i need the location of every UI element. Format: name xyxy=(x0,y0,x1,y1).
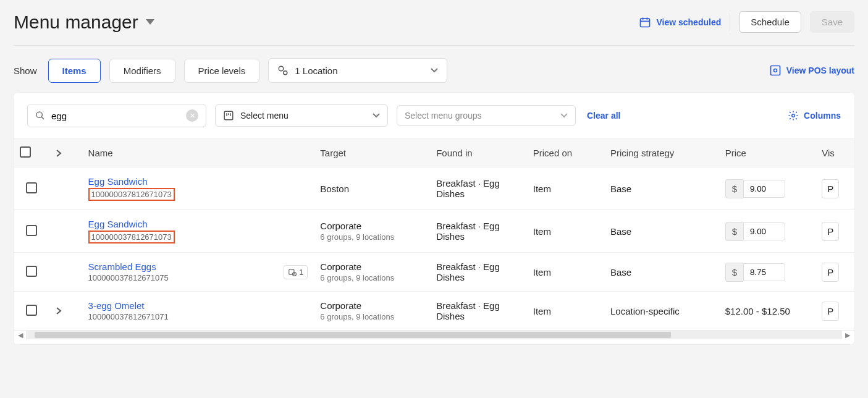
target-subtext: 6 groups, 9 locations xyxy=(320,312,424,321)
clear-all-link[interactable]: Clear all xyxy=(587,111,620,121)
currency-prefix: $ xyxy=(725,263,743,282)
found-in-value: Breakfast · Egg Dishes xyxy=(430,292,527,331)
table-row: Egg Sandwich100000037812671073Corporate6… xyxy=(14,210,854,253)
save-button: Save xyxy=(810,11,854,33)
found-in-value: Breakfast · Egg Dishes xyxy=(430,210,527,253)
pricing-strategy-value: Base xyxy=(604,253,719,292)
visibility-badge[interactable]: P xyxy=(822,222,839,241)
scroll-left-arrow[interactable]: ◀ xyxy=(16,331,25,339)
columns-link[interactable]: Columns xyxy=(788,110,841,121)
item-name-link[interactable]: Egg Sandwich xyxy=(88,176,175,187)
select-groups-placeholder: Select menu groups xyxy=(405,111,482,121)
item-id: 100000037812671073 xyxy=(88,231,175,243)
divider xyxy=(730,13,730,32)
currency-prefix: $ xyxy=(725,222,743,241)
chevron-down-icon xyxy=(431,68,438,73)
chevron-down-icon xyxy=(560,113,568,118)
pricing-strategy-value: Base xyxy=(604,167,719,210)
row-checkbox[interactable] xyxy=(26,182,37,193)
header-strategy[interactable]: Pricing strategy xyxy=(604,139,719,167)
search-icon xyxy=(35,111,45,121)
title-dropdown-caret[interactable] xyxy=(146,19,154,25)
row-checkbox[interactable] xyxy=(26,225,37,236)
search-clear-icon[interactable]: ✕ xyxy=(186,109,198,122)
pricing-strategy-value: Base xyxy=(604,210,719,253)
svg-point-9 xyxy=(36,112,42,117)
priced-on-value: Item xyxy=(527,253,604,292)
svg-rect-11 xyxy=(224,111,233,120)
scheduled-count-badge[interactable]: 1 xyxy=(284,265,308,279)
search-input[interactable] xyxy=(51,111,180,121)
view-scheduled-link[interactable]: View scheduled xyxy=(639,16,721,28)
visibility-badge[interactable]: P xyxy=(822,179,839,198)
item-id: 100000037812671075 xyxy=(88,273,169,282)
item-id: 100000037812671073 xyxy=(88,188,175,201)
location-pin-icon xyxy=(277,65,289,76)
gear-icon xyxy=(788,110,799,121)
item-id: 100000037812671071 xyxy=(88,312,169,321)
scroll-track[interactable] xyxy=(26,331,842,339)
target-value: Corporate xyxy=(320,300,424,311)
item-name-link[interactable]: Egg Sandwich xyxy=(88,219,175,229)
target-subtext: 6 groups, 9 locations xyxy=(320,232,424,242)
header-target[interactable]: Target xyxy=(314,139,430,167)
visibility-badge[interactable]: P xyxy=(822,302,839,321)
svg-rect-13 xyxy=(289,269,294,274)
content-card: ✕ Select menu Select menu groups xyxy=(14,93,854,344)
header-price[interactable]: Price xyxy=(719,139,816,167)
pricing-strategy-value: Location-specific xyxy=(604,292,719,331)
priced-on-value: Item xyxy=(527,292,604,331)
columns-label: Columns xyxy=(804,111,841,121)
chevron-down-icon xyxy=(373,113,380,118)
scroll-right-arrow[interactable]: ▶ xyxy=(843,331,852,339)
view-pos-layout-link[interactable]: View POS layout xyxy=(769,64,854,77)
header-priced-on[interactable]: Priced on xyxy=(527,139,604,167)
show-label: Show xyxy=(14,66,37,76)
location-select-label: 1 Location xyxy=(295,66,337,76)
calendar-icon xyxy=(639,16,651,28)
view-pos-label: View POS layout xyxy=(786,66,854,75)
header-found-in[interactable]: Found in xyxy=(430,139,527,167)
view-scheduled-label: View scheduled xyxy=(656,17,721,27)
scroll-thumb[interactable] xyxy=(35,332,671,338)
target-subtext: 6 groups, 9 locations xyxy=(320,273,424,282)
tab-modifiers[interactable]: Modifiers xyxy=(109,59,175,83)
tab-items[interactable]: Items xyxy=(48,59,101,83)
svg-point-8 xyxy=(773,69,777,72)
found-in-value: Breakfast · Egg Dishes xyxy=(430,167,527,210)
price-input[interactable] xyxy=(743,222,785,240)
header-checkbox[interactable] xyxy=(14,139,49,167)
scheduled-count: 1 xyxy=(299,268,303,277)
location-select[interactable]: 1 Location xyxy=(268,58,447,83)
table-row: 3-egg Omelet100000037812671071Corporate6… xyxy=(14,292,854,331)
header-name[interactable]: Name xyxy=(82,139,314,167)
svg-marker-0 xyxy=(146,19,154,25)
select-menu-groups-dropdown[interactable]: Select menu groups xyxy=(397,105,576,126)
price-input[interactable] xyxy=(743,180,785,198)
priced-on-value: Item xyxy=(527,210,604,253)
price-input[interactable] xyxy=(743,263,785,281)
visibility-badge[interactable]: P xyxy=(822,263,839,282)
item-name-link[interactable]: 3-egg Omelet xyxy=(88,300,169,311)
svg-point-12 xyxy=(792,114,795,117)
select-menu-dropdown[interactable]: Select menu xyxy=(215,104,388,127)
layout-icon xyxy=(769,64,782,77)
header-expand[interactable] xyxy=(49,139,82,167)
row-checkbox[interactable] xyxy=(26,266,37,277)
schedule-button[interactable]: Schedule xyxy=(739,11,801,33)
row-checkbox[interactable] xyxy=(26,305,37,316)
target-value: Boston xyxy=(320,184,424,194)
header-visibility[interactable]: Vis xyxy=(815,139,854,167)
tab-price-levels[interactable]: Price levels xyxy=(184,59,260,83)
menu-icon xyxy=(223,110,234,121)
svg-rect-7 xyxy=(770,66,780,75)
search-box[interactable]: ✕ xyxy=(27,104,206,127)
svg-line-10 xyxy=(41,117,44,119)
horizontal-scrollbar[interactable]: ◀ ▶ xyxy=(14,331,854,339)
expand-row-icon[interactable] xyxy=(56,307,75,315)
priced-on-value: Item xyxy=(527,167,604,210)
table-row: Egg Sandwich100000037812671073BostonBrea… xyxy=(14,167,854,210)
price-range-value: $12.00 - $12.50 xyxy=(719,292,816,331)
item-name-link[interactable]: Scrambled Eggs xyxy=(88,261,169,272)
svg-point-5 xyxy=(279,66,284,71)
